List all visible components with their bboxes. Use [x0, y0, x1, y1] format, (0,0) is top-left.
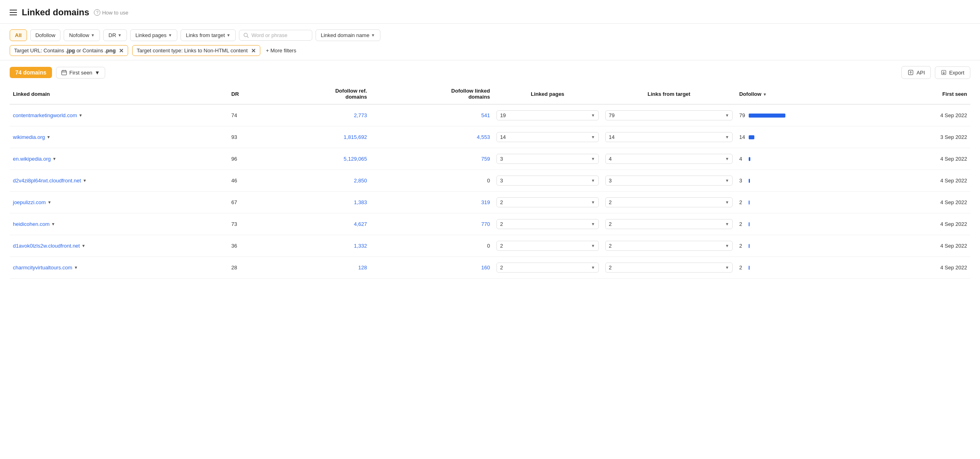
cell-dofollow: 79	[736, 104, 880, 126]
links-from-target-dropdown[interactable]: 4 ▼	[605, 154, 733, 164]
dofollow-linked-link[interactable]: 770	[481, 221, 490, 227]
links-from-target-dropdown[interactable]: 2 ▼	[605, 241, 733, 251]
domain-link[interactable]: en.wikipedia.org ▼	[13, 156, 225, 162]
dofollow-value: 2	[739, 265, 747, 271]
filter-domain-name-button[interactable]: Linked domain name ▼	[316, 29, 380, 41]
export-button[interactable]: Export	[935, 66, 970, 79]
dofollow-linked-link[interactable]: 759	[481, 156, 490, 162]
domain-link[interactable]: d2v4zi8pl64nxt.cloudfront.net ▼	[13, 178, 225, 184]
dr-chevron-icon: ▼	[118, 33, 122, 37]
links-from-target-dropdown[interactable]: 2 ▼	[605, 219, 733, 229]
cell-first-seen: 4 Sep 2022	[880, 170, 970, 192]
linked-pages-chevron-icon: ▼	[168, 33, 172, 37]
cell-links-from-target: 2 ▼	[602, 257, 736, 279]
first-seen-button[interactable]: First seen ▼	[56, 67, 105, 79]
links-from-target-chevron-icon: ▼	[725, 135, 729, 139]
links-from-target-dropdown[interactable]: 79 ▼	[605, 110, 733, 120]
links-from-target-dropdown[interactable]: 3 ▼	[605, 176, 733, 186]
dofollow-bar-container: 2	[739, 265, 876, 271]
linked-pages-dropdown[interactable]: 2 ▼	[496, 219, 599, 229]
linked-pages-chevron-icon: ▼	[591, 113, 595, 118]
dofollow-linked-link[interactable]: 541	[481, 112, 490, 118]
filter-all-button[interactable]: All	[10, 29, 27, 41]
cell-linked-pages: 3 ▼	[493, 170, 602, 192]
cell-linked-pages: 19 ▼	[493, 104, 602, 126]
filter-nofollow-button[interactable]: Nofollow ▼	[64, 29, 100, 41]
linked-pages-dropdown[interactable]: 2 ▼	[496, 263, 599, 273]
dofollow-ref-link[interactable]: 2,773	[354, 112, 367, 118]
domain-link[interactable]: d1avok0lzls2w.cloudfront.net ▼	[13, 243, 225, 249]
dofollow-ref-link[interactable]: 1,332	[354, 243, 367, 249]
linked-pages-dropdown[interactable]: 2 ▼	[496, 197, 599, 207]
cell-domain: charmcityvirtualtours.com ▼	[10, 257, 228, 279]
cell-dofollow: 2	[736, 257, 880, 279]
more-filters-button[interactable]: + More filters	[264, 45, 298, 56]
filter-dofollow-button[interactable]: Dofollow	[30, 29, 61, 41]
cell-dofollow: 3	[736, 170, 880, 192]
svg-line-1	[247, 36, 248, 37]
cell-linked-pages: 2 ▼	[493, 257, 602, 279]
search-input[interactable]	[251, 32, 308, 38]
table-row: heidicohen.com ▼ 73 4,627 770 2 ▼ 2	[10, 213, 970, 235]
cell-dr: 74	[228, 104, 266, 126]
cell-links-from-target: 4 ▼	[602, 148, 736, 170]
filter-links-from-target-button[interactable]: Links from target ▼	[181, 29, 236, 41]
dofollow-ref-link[interactable]: 1,815,692	[344, 134, 367, 140]
cell-dofollow-linked: 759	[370, 148, 493, 170]
domain-link[interactable]: charmcityvirtualtours.com ▼	[13, 265, 225, 271]
table-row: charmcityvirtualtours.com ▼ 28 128 160 2…	[10, 257, 970, 279]
linked-pages-chevron-icon: ▼	[591, 157, 595, 161]
linked-pages-dropdown[interactable]: 3 ▼	[496, 154, 599, 164]
domain-chevron-icon: ▼	[81, 244, 85, 248]
dofollow-bar-container: 2	[739, 243, 876, 249]
links-from-target-chevron-icon: ▼	[725, 222, 729, 226]
first-seen-label: First seen	[69, 70, 92, 76]
filter1-remove-button[interactable]: ✕	[119, 48, 124, 54]
cell-dr: 73	[228, 213, 266, 235]
cell-dofollow: 2	[736, 192, 880, 213]
links-from-target-dropdown[interactable]: 2 ▼	[605, 197, 733, 207]
linked-pages-chevron-icon: ▼	[591, 178, 595, 183]
page-header: Linked domains ? How to use	[0, 0, 980, 24]
dofollow-ref-link[interactable]: 4,627	[354, 221, 367, 227]
domain-link[interactable]: heidicohen.com ▼	[13, 221, 225, 227]
domain-link[interactable]: contentmarketingworld.com ▼	[13, 112, 225, 118]
table-row: wikimedia.org ▼ 93 1,815,692 4,553 14 ▼ …	[10, 126, 970, 148]
th-dofollow[interactable]: Dofollow ▼	[736, 84, 880, 104]
domain-link[interactable]: joepulizzi.com ▼	[13, 199, 225, 205]
api-icon	[907, 69, 914, 76]
dofollow-bar-container: 4	[739, 156, 876, 162]
dofollow-ref-link[interactable]: 2,850	[354, 178, 367, 184]
domain-chevron-icon: ▼	[48, 200, 52, 205]
hamburger-menu[interactable]	[10, 10, 17, 15]
links-from-target-dropdown[interactable]: 2 ▼	[605, 263, 733, 273]
cell-dr: 96	[228, 148, 266, 170]
api-button[interactable]: API	[901, 66, 931, 79]
nofollow-chevron-icon: ▼	[91, 33, 95, 37]
filter-linked-pages-button[interactable]: Linked pages ▼	[130, 29, 177, 41]
dofollow-ref-link[interactable]: 1,383	[354, 199, 367, 205]
filter2-remove-button[interactable]: ✕	[251, 48, 256, 54]
dofollow-ref-link[interactable]: 5,129,065	[344, 156, 367, 162]
how-to-use-link[interactable]: ? How to use	[94, 9, 128, 16]
dofollow-linked-link[interactable]: 4,553	[477, 134, 490, 140]
filter-dr-button[interactable]: DR ▼	[103, 29, 127, 41]
linked-pages-dropdown[interactable]: 3 ▼	[496, 176, 599, 186]
cell-dofollow-ref: 1,332	[266, 235, 370, 257]
linked-pages-chevron-icon: ▼	[591, 265, 595, 270]
linked-pages-dropdown[interactable]: 2 ▼	[496, 241, 599, 251]
domain-link[interactable]: wikimedia.org ▼	[13, 134, 225, 140]
dofollow-linked-link[interactable]: 319	[481, 199, 490, 205]
links-from-target-chevron-icon: ▼	[725, 244, 729, 248]
dofollow-linked-link[interactable]: 160	[481, 265, 490, 271]
domain-chevron-icon: ▼	[79, 113, 83, 118]
linked-pages-dropdown[interactable]: 14 ▼	[496, 132, 599, 142]
links-from-target-dropdown[interactable]: 14 ▼	[605, 132, 733, 142]
cell-domain: d1avok0lzls2w.cloudfront.net ▼	[10, 235, 228, 257]
cell-dofollow-ref: 1,383	[266, 192, 370, 213]
cell-dofollow-ref: 5,129,065	[266, 148, 370, 170]
cell-links-from-target: 2 ▼	[602, 235, 736, 257]
dofollow-ref-link[interactable]: 128	[358, 265, 367, 271]
linked-pages-dropdown[interactable]: 19 ▼	[496, 110, 599, 120]
active-filter-2: Target content type: Links to Non-HTML c…	[132, 45, 260, 56]
